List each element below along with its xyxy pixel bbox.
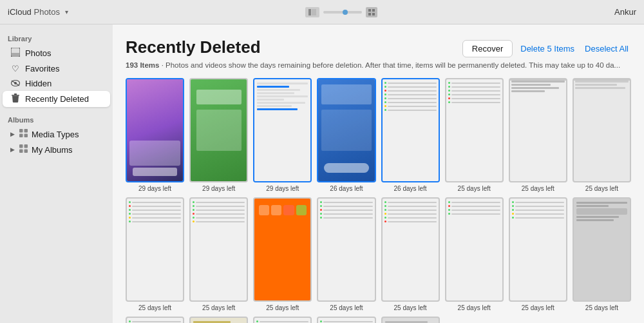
library-section-label: Library (0, 32, 113, 45)
photo-thumb[interactable] (189, 78, 248, 182)
photo-days-label: 29 days left (202, 185, 235, 192)
photo-thumb[interactable] (573, 197, 631, 302)
photo-thumb[interactable] (253, 197, 312, 302)
photo-thumb[interactable] (317, 78, 375, 182)
list-item[interactable]: 25 days left (317, 197, 375, 311)
photo-thumb[interactable] (253, 78, 312, 182)
list-item[interactable]: 25 days left (189, 197, 248, 311)
list-item[interactable]: 25 days left (445, 78, 504, 192)
list-item[interactable]: 25 days left (509, 78, 567, 192)
photo-thumb[interactable] (189, 317, 248, 323)
titlebar-left: iCloud Photos ▾ (8, 7, 68, 17)
sidebar-group-media-types[interactable]: ▶ Media Types (3, 126, 110, 142)
svg-rect-13 (14, 93, 17, 95)
list-item[interactable]: 25 days left (253, 197, 312, 311)
photo-days-label: 26 days left (330, 185, 363, 192)
photo-days-label: 25 days left (138, 304, 171, 311)
svg-rect-4 (368, 13, 371, 15)
list-item[interactable]: 25 days left (573, 197, 631, 311)
photo-days-label: 25 days left (202, 304, 235, 311)
grid-view-btn[interactable] (366, 7, 377, 17)
header-actions: Recover Delete 5 Items Deselect All (462, 37, 631, 57)
favorites-label: Favorites (25, 64, 59, 73)
svg-rect-21 (24, 150, 28, 153)
photos-label: Photos (25, 48, 51, 58)
svg-rect-8 (12, 53, 19, 56)
photo-thumb[interactable] (381, 197, 440, 302)
trash-icon (10, 93, 21, 104)
my-albums-icon (18, 144, 28, 155)
photo-thumb[interactable] (253, 317, 312, 323)
photo-grid: 29 days left 29 days left (126, 78, 631, 323)
photo-days-label: 25 days left (522, 304, 554, 311)
hidden-label: Hidden (25, 79, 52, 88)
list-item[interactable]: 29 days left (253, 78, 312, 192)
content-area: Recently Deleted Recover Delete 5 Items … (113, 24, 644, 323)
app-sub: Photos (33, 7, 59, 17)
sidebar-item-recently-deleted[interactable]: Recently Deleted (3, 91, 110, 107)
photos-icon (10, 48, 21, 59)
list-item[interactable]: 25 days left (253, 317, 312, 323)
svg-rect-19 (24, 144, 28, 148)
svg-rect-17 (24, 134, 28, 138)
main-container: Library Photos ♡ Favorites Hidden Recent… (0, 24, 644, 323)
recover-button[interactable]: Recover (462, 40, 513, 57)
photo-thumb[interactable] (126, 197, 184, 302)
svg-rect-5 (372, 13, 375, 15)
titlebar: iCloud Photos ▾ Ankur (0, 0, 644, 24)
photo-days-label: 25 days left (330, 304, 363, 311)
sidebar: Library Photos ♡ Favorites Hidden Recent… (0, 24, 113, 323)
list-item[interactable]: 25 days left (317, 317, 375, 323)
sidebar-group-my-albums[interactable]: ▶ My Albums (3, 142, 110, 157)
photo-thumb[interactable] (381, 78, 440, 182)
list-item[interactable]: 25 days left (509, 197, 567, 311)
list-item[interactable]: 29 days left (189, 78, 248, 192)
list-item[interactable]: 29 days left (126, 78, 184, 192)
list-item[interactable]: 26 days left (317, 78, 375, 192)
list-item[interactable]: 26 days left (381, 78, 440, 192)
photo-thumb[interactable] (317, 197, 375, 302)
content-header: Recently Deleted Recover Delete 5 Items … (126, 37, 631, 57)
photo-thumb[interactable] (445, 78, 504, 182)
svg-rect-0 (308, 9, 311, 15)
sidebar-toggle-btn[interactable] (305, 7, 319, 17)
app-title: iCloud Photos (8, 7, 60, 17)
photo-thumb[interactable] (189, 197, 248, 302)
list-item[interactable]: 25 days left (126, 317, 184, 323)
photo-days-label: 25 days left (393, 304, 426, 311)
photo-thumb[interactable] (381, 317, 440, 323)
list-item[interactable]: 25 days left (445, 197, 504, 311)
svg-rect-1 (312, 9, 316, 15)
titlebar-center (68, 7, 614, 17)
albums-section-label: Albums (0, 113, 113, 126)
chevron-right-icon: ▶ (10, 131, 15, 137)
photo-thumb[interactable] (509, 197, 567, 302)
photo-thumb[interactable] (573, 78, 631, 182)
sidebar-item-photos[interactable]: Photos (3, 45, 110, 61)
photo-thumb[interactable] (317, 317, 375, 323)
sidebar-item-favorites[interactable]: ♡ Favorites (3, 61, 110, 76)
deselect-all-button[interactable]: Deselect All (582, 41, 631, 57)
delete-button[interactable]: Delete 5 Items (518, 41, 577, 57)
photo-days-label: 25 days left (585, 185, 618, 192)
svg-rect-3 (372, 9, 375, 12)
item-count: 193 Items (126, 61, 159, 69)
list-item[interactable]: 25 days left (189, 317, 248, 323)
photo-thumb[interactable] (509, 78, 567, 182)
photo-thumb[interactable] (445, 197, 504, 302)
list-item[interactable]: 25 days left (381, 197, 440, 311)
page-title: Recently Deleted (126, 37, 261, 57)
svg-rect-16 (19, 134, 23, 138)
sidebar-item-hidden[interactable]: Hidden (3, 76, 110, 91)
photo-thumb[interactable] (126, 78, 184, 182)
media-types-icon (18, 129, 28, 139)
photo-thumb[interactable] (126, 317, 184, 323)
list-item[interactable]: 25 days left (126, 197, 184, 311)
list-item[interactable]: 25 days left (381, 317, 440, 323)
favorites-icon: ♡ (10, 64, 21, 73)
zoom-slider[interactable] (323, 11, 362, 14)
zoom-slider-thumb (343, 10, 348, 15)
list-item[interactable]: 25 days left (573, 78, 631, 192)
titlebar-right: Ankur (614, 7, 636, 17)
user-name: Ankur (614, 7, 636, 17)
